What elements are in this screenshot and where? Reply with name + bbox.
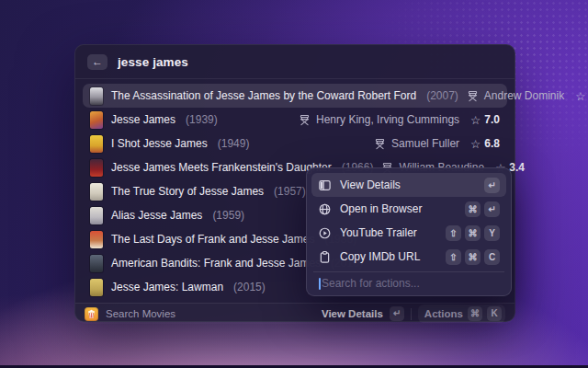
rating-value: 3.4: [509, 161, 525, 174]
popcorn-icon: [86, 309, 96, 319]
movie-poster-thumbnail: [90, 207, 103, 224]
return-key-badge: ↵: [390, 306, 404, 321]
menu-item-shortcut: ⇧ ⌘ Y: [446, 225, 500, 241]
k-key-badge: K: [487, 306, 502, 321]
movie-title: I Shot Jesse James: [111, 137, 208, 150]
movie-meta: Andrew Dominik ☆ 7.5: [467, 89, 588, 103]
director-chair-icon: [299, 114, 311, 126]
star-icon: ☆: [470, 137, 481, 151]
shift-key-badge: ⇧: [446, 249, 461, 265]
shift-key-badge: ⇧: [446, 225, 461, 241]
menu-item-label: View Details: [340, 178, 401, 191]
movie-year: (2015): [233, 281, 266, 293]
footer-divider: [411, 308, 412, 320]
movie-title: The Assassination of Jesse James by the …: [111, 89, 416, 102]
clipboard-icon: [318, 250, 332, 264]
actions-button[interactable]: Actions ⌘ K: [418, 305, 505, 323]
actions-label: Actions: [424, 308, 463, 319]
movie-poster-thumbnail: [90, 111, 103, 129]
primary-action-label[interactable]: View Details: [322, 308, 383, 319]
menu-item-view-details[interactable]: View Details ↵: [311, 173, 506, 197]
movie-title: The Last Days of Frank and Jesse James: [111, 233, 314, 246]
back-arrow-icon: ←: [92, 55, 103, 68]
menu-item-open-in-browser[interactable]: Open in Browser ⌘ ↵: [311, 197, 506, 221]
movie-row-assassination[interactable]: The Assassination of Jesse James by the …: [83, 84, 507, 108]
menu-item-label: YouTube Trailer: [340, 226, 417, 239]
director-name: Henry King, Irving Cummings: [316, 113, 459, 126]
director-chair-icon: [374, 138, 386, 150]
y-key-badge: Y: [484, 225, 500, 241]
movie-director: Andrew Dominik: [467, 89, 564, 102]
cmd-key-badge: ⌘: [465, 225, 481, 241]
movie-title: Jesse James: [111, 113, 175, 126]
movie-poster-thumbnail: [90, 255, 103, 272]
movie-title: Jesse James Meets Frankenstein's Daughte…: [111, 161, 332, 174]
movie-poster-thumbnail: [90, 279, 103, 296]
globe-icon: [318, 202, 332, 216]
menu-item-shortcut: ⇧ ⌘ C: [446, 249, 500, 265]
actions-menu: View Details ↵ Open in Browser ⌘ ↵ YouTu…: [306, 167, 512, 296]
menu-item-label: Copy IMDb URL: [340, 250, 420, 263]
movie-year: (1939): [186, 113, 218, 126]
movie-year: (1949): [218, 137, 250, 150]
movie-director: Samuel Fuller: [374, 137, 459, 150]
rating-value: 7.0: [484, 113, 500, 126]
star-icon: ☆: [470, 113, 481, 127]
app-name-label: Search Movies: [106, 308, 175, 319]
return-key-badge: ↵: [484, 178, 500, 193]
movie-row-i-shot-jesse-james[interactable]: I Shot Jesse James (1949) Samuel Fuller …: [83, 132, 507, 155]
movie-rating: ☆ 7.5: [575, 89, 588, 103]
rating-value: 6.8: [484, 137, 500, 150]
cmd-key-badge: ⌘: [465, 249, 481, 265]
desktop-background: ← jesse james The Assassination of Jesse…: [0, 0, 588, 368]
movie-title: Alias Jesse James: [111, 209, 202, 222]
movie-poster-thumbnail: [90, 135, 103, 153]
sidebar-details-icon: [318, 178, 332, 192]
menu-item-shortcut: ⌘ ↵: [465, 201, 500, 217]
star-icon: ☆: [575, 89, 585, 103]
movie-poster-thumbnail: [90, 87, 103, 105]
movie-title: American Bandits: Frank and Jesse James: [111, 257, 321, 270]
movie-meta: Henry King, Irving Cummings ☆ 7.0: [299, 113, 500, 127]
movie-director: Henry King, Irving Cummings: [299, 113, 459, 126]
movie-poster-thumbnail: [90, 183, 103, 201]
search-input[interactable]: jesse james: [118, 55, 188, 69]
movie-poster-thumbnail: [90, 231, 103, 248]
movie-year: (1959): [212, 209, 244, 222]
movie-year: (1957): [274, 185, 306, 198]
director-name: Samuel Fuller: [391, 137, 459, 150]
movie-meta: Samuel Fuller ☆ 6.8: [374, 137, 500, 151]
movie-rating: ☆ 7.0: [470, 113, 500, 127]
movie-poster-thumbnail: [90, 159, 103, 177]
text-cursor: [319, 278, 321, 290]
director-chair-icon: [467, 90, 479, 102]
movie-title: The True Story of Jesse James: [111, 185, 264, 198]
menu-item-shortcut: ↵: [484, 178, 500, 193]
actions-search-row: [311, 272, 506, 295]
cmd-key-badge: ⌘: [468, 306, 482, 321]
director-name: Andrew Dominik: [484, 89, 564, 102]
movie-title: Jesse James: Lawman: [111, 281, 223, 293]
menu-item-label: Open in Browser: [340, 202, 422, 215]
return-key-badge: ↵: [484, 201, 500, 217]
movie-year: (2007): [426, 89, 458, 102]
launcher-window: ← jesse james The Assassination of Jesse…: [74, 44, 515, 322]
play-circle-icon: [318, 226, 332, 240]
actions-search-input[interactable]: [322, 277, 499, 290]
status-bar: Search Movies View Details ↵ Actions ⌘ K: [75, 303, 514, 324]
c-key-badge: C: [484, 249, 500, 265]
back-button[interactable]: ←: [87, 54, 107, 70]
cmd-key-badge: ⌘: [465, 201, 481, 217]
movie-row-jesse-james-1939[interactable]: Jesse James (1939) Henry King, Irving Cu…: [83, 108, 507, 132]
search-header: ← jesse james: [75, 45, 514, 79]
movie-rating: ☆ 6.8: [470, 137, 500, 151]
footer-actions: View Details ↵ Actions ⌘ K: [322, 305, 505, 323]
menu-item-copy-imdb-url[interactable]: Copy IMDb URL ⇧ ⌘ C: [311, 245, 506, 269]
menu-item-youtube-trailer[interactable]: YouTube Trailer ⇧ ⌘ Y: [311, 221, 506, 245]
search-movies-app-icon: [85, 307, 98, 321]
